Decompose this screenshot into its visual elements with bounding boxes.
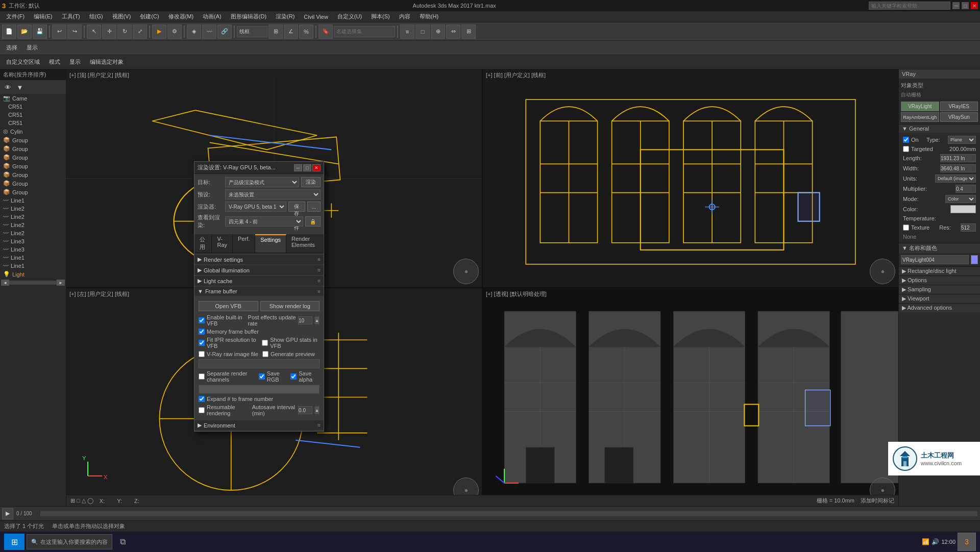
tree-item[interactable]: 📦Group <box>0 188 66 196</box>
multiplier-input[interactable] <box>955 185 976 193</box>
new-btn[interactable]: 📄 <box>2 24 16 39</box>
vraysun-btn[interactable]: VRaySun <box>940 112 978 122</box>
render-button[interactable]: 渲染 <box>301 177 321 187</box>
curve-editor-btn[interactable]: 〰 <box>202 24 216 39</box>
browse-btn[interactable]: ... <box>307 202 321 212</box>
tab-vray[interactable]: V-Ray <box>212 234 233 253</box>
tree-item[interactable]: 〰Line2 <box>0 221 66 229</box>
options-section-header[interactable]: ▶ Options <box>899 275 980 285</box>
object-btn[interactable]: □ <box>415 24 430 39</box>
tab-perf[interactable]: Perf. <box>233 234 255 253</box>
material-editor-btn[interactable]: ◈ <box>187 24 201 39</box>
tree-item[interactable]: 〰Line1 <box>0 196 66 205</box>
expand-frame-checkbox[interactable] <box>199 396 205 402</box>
raw-image-path-input[interactable] <box>199 359 320 368</box>
dialog-close-btn[interactable]: ✕ <box>312 164 321 171</box>
on-checkbox-row[interactable]: On <box>903 137 919 143</box>
res-input[interactable] <box>961 223 976 232</box>
channels-path-input[interactable] <box>199 385 320 394</box>
tree-item[interactable]: 📷Came <box>0 94 66 103</box>
tab-render-elements[interactable]: Render Elements <box>286 234 324 253</box>
save-rgb-checkbox[interactable] <box>259 373 265 380</box>
on-checkbox[interactable] <box>903 137 909 143</box>
task-view-btn[interactable]: ⧉ <box>114 534 131 550</box>
memory-frame-buffer-checkbox[interactable] <box>199 329 205 335</box>
tree-item[interactable]: 〰Line2 <box>0 205 66 213</box>
global-illumination-section-hdr[interactable]: ▶ Global illumination ≡ <box>194 265 324 275</box>
menu-custom[interactable]: 自定义(U) <box>333 12 366 21</box>
object-name-input[interactable] <box>901 255 969 264</box>
menu-animation[interactable]: 动画(A) <box>199 12 226 21</box>
save-alpha-checkbox[interactable] <box>290 373 297 380</box>
nav-widget-tr[interactable]: ⊕ <box>870 259 895 284</box>
save-file-btn[interactable]: 保存文件 <box>288 202 305 212</box>
select-btn[interactable]: ↖ <box>87 24 101 39</box>
snap-dropdown[interactable] <box>237 26 267 37</box>
output-select[interactable]: 四元素 4 - 前 <box>225 216 303 227</box>
vraylight-btn[interactable]: VRayLight <box>901 102 939 111</box>
play-btn[interactable]: ▶ <box>2 508 13 519</box>
tree-item[interactable]: 〰Line3 <box>0 237 66 245</box>
volume-icon[interactable]: 🔊 <box>932 538 939 545</box>
name-color-section-header[interactable]: ▼ 名称和颜色 <box>899 243 980 253</box>
eye-icon-btn[interactable]: 👁 <box>2 82 13 93</box>
dialog-minimize-btn[interactable]: ─ <box>294 164 302 171</box>
layer-btn[interactable]: ≡ <box>400 24 414 39</box>
menu-view[interactable]: 视图(V) <box>108 12 135 21</box>
texture-checkbox-row[interactable]: Texture <box>903 224 929 231</box>
resumable-checkbox[interactable] <box>199 407 205 413</box>
tree-item[interactable]: CR51 <box>0 111 66 119</box>
viewport-topright[interactable]: [+] [前] [用户定义] [线框] <box>483 69 898 287</box>
save-btn[interactable]: 💾 <box>33 24 47 39</box>
length-input[interactable] <box>940 154 976 162</box>
targeted-checkbox-row[interactable]: Targeted <box>903 146 933 152</box>
array-btn[interactable]: ⊞ <box>461 24 476 39</box>
menu-modifier[interactable]: 修改器(M) <box>164 12 198 21</box>
named-selection-btn[interactable]: 🔖 <box>318 24 333 39</box>
frame-buffer-section-hdr[interactable]: ▼ Frame buffer ≡ <box>194 287 324 296</box>
viewport-bottomright[interactable]: [+] [透视] [默认明暗处理] <box>483 288 898 506</box>
custom-area-btn[interactable]: 自定义空区域 <box>2 57 44 67</box>
tree-item[interactable]: 📦Group <box>0 170 66 179</box>
restore-button[interactable]: □ <box>962 2 969 9</box>
autosave-input[interactable] <box>298 406 312 414</box>
color-swatch[interactable] <box>950 205 976 213</box>
mirror-btn[interactable]: ⇔ <box>446 24 460 39</box>
targeted-checkbox[interactable] <box>903 146 909 152</box>
tree-item[interactable]: 📦Group <box>0 179 66 188</box>
menu-file[interactable]: 文件(F) <box>2 12 29 21</box>
percent-snap-btn[interactable]: % <box>299 24 313 39</box>
open-vfb-btn[interactable]: Open VFB <box>199 301 258 311</box>
preset-select[interactable]: 未选预设置 <box>225 189 321 199</box>
general-section-header[interactable]: ▼ General <box>899 124 980 133</box>
rect-disc-section-header[interactable]: ▶ Rectangle/disc light <box>899 266 980 275</box>
post-effects-input[interactable] <box>298 316 312 324</box>
help-search-input[interactable] <box>869 2 950 10</box>
menu-render[interactable]: 渲染(R) <box>272 12 299 21</box>
redo-btn[interactable]: ↪ <box>67 24 82 39</box>
3dsmax-taskbar-btn[interactable]: 3 <box>958 533 976 551</box>
sampling-section-header[interactable]: ▶ Sampling <box>899 285 980 294</box>
scale-btn[interactable]: ⤢ <box>133 24 147 39</box>
filter-icon-btn[interactable]: ▼ <box>14 82 26 93</box>
fit-ipr-checkbox[interactable] <box>199 340 205 346</box>
menu-help[interactable]: 帮助(H) <box>415 12 443 21</box>
environment-section-hdr[interactable]: ▶ Environment ≡ <box>194 420 324 430</box>
menu-tools[interactable]: 工具(T) <box>58 12 84 21</box>
tree-item[interactable]: 📦Group <box>0 136 66 144</box>
hierarchy-btn[interactable]: ⊕ <box>431 24 445 39</box>
display-btn[interactable]: 显示 <box>22 43 42 53</box>
network-icon[interactable]: 📶 <box>922 538 929 545</box>
mode-btn[interactable]: 模式 <box>45 57 64 67</box>
menu-civil-view[interactable]: Civil View <box>300 13 332 21</box>
scroll-left-btn[interactable]: ◄ <box>1 280 9 286</box>
name-color-swatch[interactable] <box>971 255 978 264</box>
timeline-bar[interactable] <box>40 511 978 517</box>
schematic-btn[interactable]: 🔗 <box>217 24 232 39</box>
menu-edit[interactable]: 编辑(E) <box>30 12 57 21</box>
named-selection-input[interactable] <box>334 26 395 37</box>
tab-common[interactable]: 公用 <box>194 234 212 253</box>
snap-toggle-btn[interactable]: ⊞ <box>268 24 283 39</box>
generate-preview-checkbox[interactable] <box>262 351 268 357</box>
lock-btn[interactable]: 🔒 <box>305 216 321 227</box>
